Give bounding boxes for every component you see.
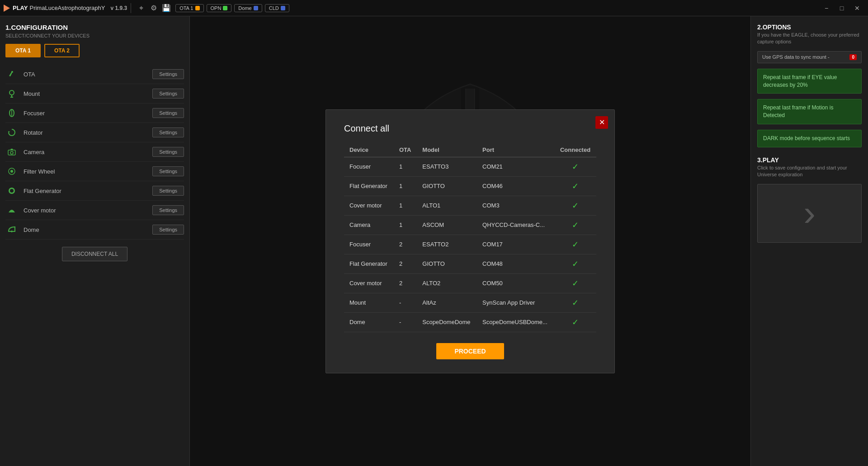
cell-device: Cover motor (344, 196, 394, 215)
cell-device: Mount (344, 293, 394, 312)
table-row: Flat Generator 1 GIOTTO COM46 ✓ (344, 176, 596, 196)
col-port: Port (477, 143, 554, 157)
col-model: Model (417, 143, 477, 157)
cell-connected: ✓ (554, 312, 596, 332)
filter-icon (5, 167, 18, 176)
cld-label: CLD (269, 5, 279, 11)
dome-badge[interactable]: Dome (234, 4, 262, 12)
cell-model: ALTO2 (417, 273, 477, 293)
check-icon: ✓ (572, 259, 579, 268)
cell-connected: ✓ (554, 293, 596, 312)
eye-option[interactable]: Repeat last frame if EYE value decreases… (757, 69, 862, 94)
app-logo: PLAY PrimaLuceAstrophotographY v 1.9.3 (4, 5, 127, 12)
play-title: 3.PLAY (757, 156, 862, 164)
ota-settings-button[interactable]: Settings (152, 69, 184, 79)
app-name: PrimaLuceAstrophotographY (29, 5, 105, 11)
ota1-label: OTA 1 (179, 5, 193, 11)
save-icon-btn[interactable]: 💾 (160, 2, 173, 14)
table-row: Camera 1 ASCOM QHYCCD-Cameras-C... ✓ (344, 215, 596, 235)
mount-settings-button[interactable]: Settings (152, 89, 184, 99)
rotator-settings-button[interactable]: Settings (152, 127, 184, 137)
cell-port: COM21 (477, 157, 554, 176)
dark-option-label: DARK mode before sequence starts (763, 135, 850, 141)
svg-point-6 (10, 151, 13, 154)
dome-device-label: Dome (24, 226, 152, 233)
focuser-label: Focuser (24, 110, 152, 117)
cell-port: ScopeDomeUSBDome... (477, 312, 554, 332)
cover-settings-button[interactable]: Settings (152, 205, 184, 215)
cell-model: GIOTTO (417, 254, 477, 273)
table-row: Focuser 2 ESATTO2 COM17 ✓ (344, 235, 596, 254)
device-row-filter: Filter Wheel Settings (5, 162, 184, 181)
play-chevron-icon: › (803, 195, 816, 231)
ota1-dot (195, 6, 200, 10)
maximize-button[interactable]: □ (835, 2, 849, 14)
main-layout: 1.CONFIGURATION SELECT/CONNECT YOUR DEVI… (0, 16, 868, 466)
play-desc: Click to save configuration and start yo… (757, 165, 862, 179)
mount-label: Mount (24, 90, 152, 97)
section-subtitle: SELECT/CONNECT YOUR DEVICES (5, 33, 184, 38)
rotator-icon (5, 128, 18, 137)
opn-dot (223, 6, 227, 10)
ota1-badge[interactable]: OTA 1 (175, 4, 203, 12)
table-row: Flat Generator 2 GIOTTO COM48 ✓ (344, 254, 596, 273)
proceed-button[interactable]: PROCEED (436, 343, 504, 359)
check-icon: ✓ (572, 279, 579, 288)
cell-connected: ✓ (554, 196, 596, 215)
options-desc: If you have the EAGLE, choose your prefe… (757, 32, 862, 46)
dome-settings-button[interactable]: Settings (152, 225, 184, 235)
dark-option[interactable]: DARK mode before sequence starts (757, 130, 862, 147)
cell-connected: ✓ (554, 235, 596, 254)
modal-close-button[interactable]: ✕ (595, 116, 608, 129)
cell-device: Camera (344, 215, 394, 235)
modal-overlay: Connect all ✕ Device OTA Model Port Conn… (190, 16, 750, 466)
cell-device: Dome (344, 312, 394, 332)
check-icon: ✓ (572, 221, 579, 230)
play-button[interactable]: › (757, 184, 862, 243)
table-row: Focuser 1 ESATTO3 COM21 ✓ (344, 157, 596, 176)
cell-ota: - (394, 312, 417, 332)
motion-option[interactable]: Repeat last frame if Motion is Detected (757, 99, 862, 124)
device-row-rotator: Rotator Settings (5, 123, 184, 142)
flat-settings-button[interactable]: Settings (152, 186, 184, 196)
cell-model: ASCOM (417, 215, 477, 235)
cell-ota: 1 (394, 176, 417, 196)
ota-button-group: OTA 1 OTA 2 (5, 44, 184, 57)
flat-generator-label: Flat Generator (24, 188, 152, 194)
focuser-settings-button[interactable]: Settings (152, 108, 184, 118)
check-icon: ✓ (572, 318, 579, 327)
cell-ota: 2 (394, 273, 417, 293)
close-button[interactable]: ✕ (850, 2, 864, 14)
cell-connected: ✓ (554, 215, 596, 235)
ota1-button[interactable]: OTA 1 (5, 44, 41, 57)
svg-point-8 (10, 170, 13, 173)
gps-option-row[interactable]: Use GPS data to sync mount - 0 (757, 51, 862, 63)
cell-port: COM48 (477, 254, 554, 273)
gps-badge: 0 (849, 54, 857, 60)
device-row-cover: Cover motor Settings (5, 201, 184, 220)
filter-settings-button[interactable]: Settings (152, 166, 184, 176)
flat-generator-icon (5, 186, 18, 195)
mount-icon (5, 89, 18, 98)
camera-icon (5, 147, 18, 156)
cell-model: ESATTO2 (417, 235, 477, 254)
disconnect-all-button[interactable]: DISCONNECT ALL (62, 247, 127, 261)
cell-ota: 1 (394, 196, 417, 215)
minimize-button[interactable]: − (819, 2, 834, 14)
cell-port: QHYCCD-Cameras-C... (477, 215, 554, 235)
cell-ota: 1 (394, 157, 417, 176)
section-title: 1.CONFIGURATION (5, 24, 184, 31)
col-device: Device (344, 143, 394, 157)
cld-badge[interactable]: CLD (265, 4, 289, 12)
cell-connected: ✓ (554, 273, 596, 293)
cell-port: SynScan App Driver (477, 293, 554, 312)
eye-option-label: Repeat last frame if EYE value decreases… (763, 74, 837, 88)
ota2-button[interactable]: OTA 2 (44, 44, 80, 57)
camera-settings-button[interactable]: Settings (152, 147, 184, 157)
cursor-icon-btn[interactable]: ⌖ (135, 2, 147, 14)
cell-ota: 2 (394, 254, 417, 273)
left-panel: 1.CONFIGURATION SELECT/CONNECT YOUR DEVI… (0, 16, 190, 466)
opn-badge[interactable]: OPN (207, 4, 232, 12)
telescope-icon (5, 70, 18, 79)
settings-icon-btn[interactable]: ⚙ (147, 2, 160, 14)
